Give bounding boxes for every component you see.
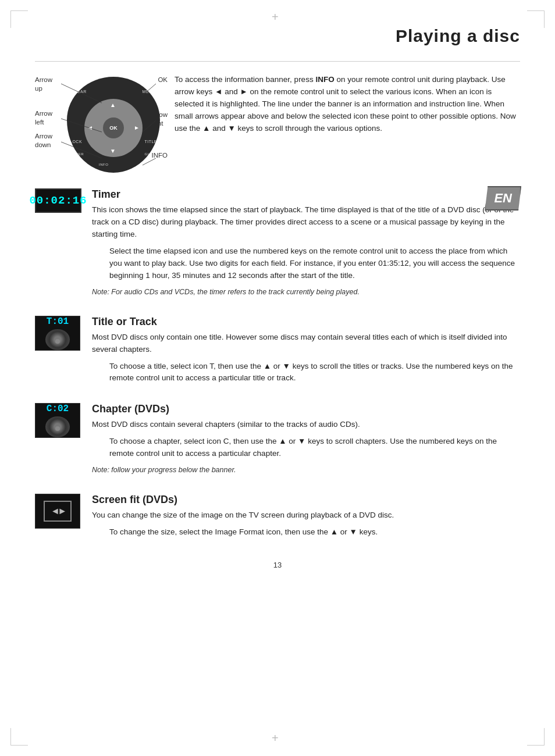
corner-mark-br [527,728,545,746]
title-track-title: Title or Track [92,316,520,328]
track-icon-text: T:01 [47,316,69,327]
corner-mark-tr [527,10,545,28]
chapter-display: C:02 [35,403,80,438]
chapter-title: Chapter (DVDs) [92,403,520,415]
remote-label-timer: TIMER [72,152,84,156]
dpad-up-arrow: ▲ [110,102,116,108]
annotation-arrow-up: Arrowup [35,76,52,93]
dpad-left-arrow: ◄ [87,124,93,131]
screenfit-title: Screen fit (DVDs) [92,494,520,506]
chapter-body: Chapter (DVDs) Most DVD discs contain se… [92,403,520,480]
title-track-indented: To choose a title, select icon T, then u… [109,361,520,385]
remote-image: CLEAR MENU ▲ ▼ ◄ ► OK LOCK TITLE [67,77,160,176]
dpad-circle: ▲ ▼ ◄ ► OK [84,99,143,157]
chapter-section: C:02 Chapter (DVDs) Most DVD discs conta… [35,403,520,480]
remote-label-title: TITLE [144,140,157,144]
chapter-text1: Most DVD discs contain several chapters … [92,419,520,431]
screenfit-icon: ◄ ► [35,494,81,529]
title-track-text1: Most DVD discs only contain one title. H… [92,331,520,356]
screenfit-indented: To change the size, select the Image For… [109,526,520,539]
dpad-right-arrow: ► [134,124,140,131]
timer-body: Timer This icon shows the time elapsed s… [92,188,520,302]
crosshair-bottom [271,732,284,746]
screenfit-body: Screen fit (DVDs) You can change the siz… [92,494,520,543]
remote-body: CLEAR MENU ▲ ▼ ◄ ► OK LOCK TITLE [67,77,160,173]
timer-note: Note: For audio CDs and VCDs, the timer … [92,287,520,297]
en-badge-text: EN [485,186,521,211]
screenfit-text1: You can change the size of the image on … [92,509,520,522]
description-text: To access the information banner, press … [175,71,520,135]
screenfit-section: ◄ ► Screen fit (DVDs) You can change the… [35,494,520,543]
remote-label-guide: GUIDE [144,152,157,156]
corner-mark-tl [10,10,28,28]
dpad-down-arrow: ▼ [110,148,116,154]
title-divider [35,61,520,62]
dpad-center-ok[interactable]: OK [103,117,124,138]
timer-section: 00:02:16 Timer This icon shows the time … [35,188,520,302]
chapter-icon: C:02 [35,403,81,438]
chapter-indented: To choose a chapter, select icon C, then… [109,436,520,460]
timer-title: Timer [92,188,520,201]
crosshair-top [271,10,284,24]
remote-label-clear: CLEAR [72,90,87,94]
timer-display: 00:02:16 [35,188,81,213]
chapter-icon-text: C:02 [47,404,69,414]
chapter-note: Note: follow your progress below the ban… [92,465,520,475]
en-badge: EN [485,186,521,211]
title-track-icon: T:01 [35,316,81,351]
corner-mark-bl [10,728,28,746]
title-track-section: T:01 Title or Track Most DVD discs only … [35,316,520,390]
page-number: 13 [35,561,520,569]
annotation-arrow-down: Arrowdown [35,132,52,149]
screenfit-display: ◄ ► [35,494,80,529]
screenfit-inner: ◄ ► [44,501,72,522]
remote-label-lock: LOCK [70,140,82,144]
annotation-arrow-left: Arrowleft [35,109,52,127]
timer-text1: This icon shows the time elapsed since t… [92,204,520,241]
dpad: ▲ ▼ ◄ ► OK [84,99,143,157]
page-title: Playing a disc [35,26,520,49]
chapter-disc [45,416,70,437]
top-section: Arrowup Arrowleft Arrowdown OK Arrowrigh… [35,71,520,176]
remote-label-info: INFO [99,163,108,166]
remote-label-menu: MENU [142,90,155,94]
title-track-body: Title or Track Most DVD discs only conta… [92,316,520,390]
timer-indented: Select the time elapsed icon and use the… [109,245,520,282]
track-disc [45,329,70,350]
track-display: T:01 [35,316,80,351]
timer-icon: 00:02:16 [35,188,81,223]
screenfit-arrows: ◄ ► [51,506,65,516]
remote-diagram: Arrowup Arrowleft Arrowdown OK Arrowrigh… [35,71,169,176]
